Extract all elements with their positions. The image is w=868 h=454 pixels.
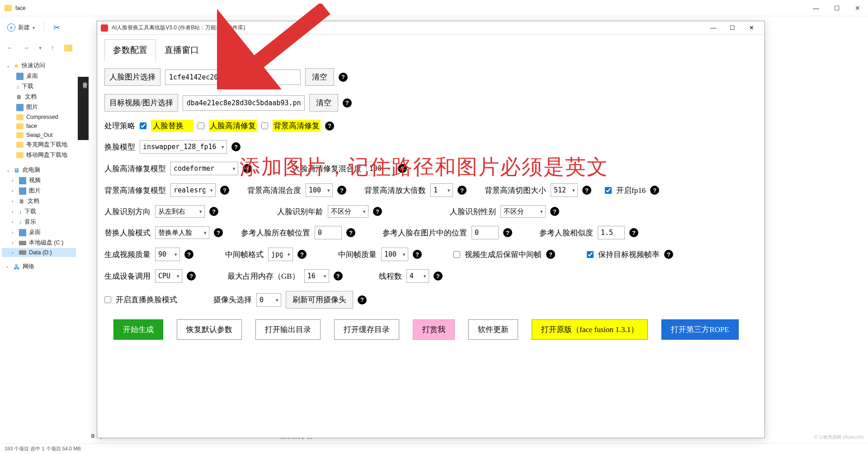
sidebar-item[interactable]: ↓下载	[2, 81, 76, 92]
app-maximize-button[interactable]: ☐	[723, 22, 742, 34]
target-select-button[interactable]: 目标视频/图片选择	[104, 94, 178, 112]
sidebar-item[interactable]: ›视频	[2, 175, 76, 186]
fp16-checkbox[interactable]	[605, 187, 612, 194]
mem-select[interactable]: 16	[304, 269, 329, 283]
face-image-input[interactable]	[165, 70, 301, 85]
help-icon[interactable]: ?	[231, 142, 241, 151]
sidebar-item[interactable]: Compressed	[2, 112, 76, 122]
open-original-button[interactable]: 打开原版（face fusion 1.3.1）	[532, 319, 648, 340]
sidebar-item[interactable]: face	[2, 122, 76, 131]
target-input[interactable]	[183, 95, 305, 111]
face-hd-blend-select[interactable]: 100	[366, 162, 393, 175]
forward-button[interactable]: →	[21, 42, 32, 54]
mid-fmt-select[interactable]: jpg	[268, 248, 293, 261]
vq-select[interactable]: 90	[155, 248, 180, 261]
face-hd-checkbox[interactable]	[198, 122, 204, 129]
help-icon[interactable]: ?	[339, 73, 348, 82]
help-icon[interactable]: ?	[346, 228, 355, 237]
sidebar-item[interactable]: 桌面	[2, 71, 76, 81]
help-icon[interactable]: ?	[458, 186, 467, 195]
refresh-cam-button[interactable]: 刷新可用摄像头	[286, 291, 353, 309]
help-icon[interactable]: ?	[184, 250, 193, 259]
swap-model-select[interactable]: inswapper_128_fp16	[140, 140, 227, 154]
open-cache-button[interactable]: 打开缓存目录	[334, 319, 399, 340]
bg-hd-scale-select[interactable]: 1	[430, 183, 453, 197]
help-icon[interactable]: ?	[358, 295, 367, 304]
app-minimize-button[interactable]: —	[704, 22, 723, 34]
live-mode-checkbox[interactable]	[104, 296, 111, 303]
sidebar-item[interactable]: ›桌面	[2, 227, 76, 238]
help-icon[interactable]: ?	[503, 228, 512, 237]
reset-button[interactable]: 恢复默认参数	[177, 319, 242, 340]
tab-live[interactable]: 直播窗口	[156, 39, 208, 61]
bg-hd-blend-select[interactable]: 100	[306, 183, 333, 197]
help-icon[interactable]: ?	[650, 186, 659, 195]
face-gender-select[interactable]: 不区分	[500, 205, 546, 218]
face-age-select[interactable]: 不区分	[328, 205, 368, 218]
sidebar-item[interactable]: 夸克网盘下载地	[2, 140, 76, 150]
minimize-button[interactable]: —	[806, 0, 826, 16]
help-icon[interactable]: ?	[297, 250, 307, 259]
help-icon[interactable]: ?	[629, 228, 638, 237]
sidebar-item[interactable]: ›图片	[2, 186, 76, 196]
ref-pos-input[interactable]	[472, 226, 499, 239]
back-button[interactable]: ←	[5, 42, 15, 54]
face-hd-model-select[interactable]: codeformer	[170, 162, 238, 175]
keep-mid-checkbox[interactable]	[453, 251, 460, 258]
swap-mode-select[interactable]: 替换单人脸	[155, 226, 209, 239]
cam-select[interactable]: 0	[256, 293, 281, 307]
help-icon[interactable]: ?	[343, 98, 352, 108]
clear-target-button[interactable]: 清空	[309, 94, 338, 112]
help-icon[interactable]: ?	[334, 271, 343, 281]
open-rope-button[interactable]: 打开第三方ROPE	[661, 319, 738, 340]
open-output-button[interactable]: 打开输出目录	[255, 319, 321, 340]
bg-hd-tile-select[interactable]: 512	[551, 183, 578, 197]
face-dir-select[interactable]: 从左到右	[155, 205, 205, 218]
sidebar-item[interactable]: ›♪音乐	[2, 217, 76, 227]
bg-hd-model-select[interactable]: realesrgan	[170, 183, 216, 197]
help-icon[interactable]: ?	[413, 250, 422, 259]
help-icon[interactable]: ?	[373, 207, 382, 216]
help-icon[interactable]: ?	[325, 122, 334, 131]
help-icon[interactable]: ?	[550, 207, 559, 216]
ref-frame-input[interactable]	[315, 226, 342, 239]
sidebar-item[interactable]: 图片	[2, 102, 76, 112]
start-button[interactable]: 开始生成	[113, 319, 163, 340]
sidebar-item[interactable]: Swap_Out	[2, 131, 76, 140]
maximize-button[interactable]: ☐	[826, 0, 847, 16]
sidebar-item[interactable]: ›本地磁盘 (C:)	[2, 238, 76, 248]
device-select[interactable]: CPU	[155, 269, 182, 283]
help-icon[interactable]: ?	[220, 186, 229, 195]
keep-fps-checkbox[interactable]	[587, 251, 594, 258]
app-close-button[interactable]: ✕	[742, 22, 761, 34]
up-button[interactable]: ↑	[49, 42, 56, 54]
mid-q-select[interactable]: 100	[381, 248, 408, 261]
ref-sim-input[interactable]	[598, 226, 625, 239]
sidebar-item[interactable]: ›↓下载	[2, 206, 76, 217]
help-icon[interactable]: ?	[434, 271, 443, 281]
tab-config[interactable]: 参数配置	[104, 39, 156, 61]
help-icon[interactable]: ?	[546, 250, 555, 259]
sidebar-item[interactable]: 🗎文档	[2, 92, 76, 102]
sidebar-item-data-d[interactable]: ›Data (D:)	[2, 248, 76, 257]
help-icon[interactable]: ?	[664, 250, 673, 259]
help-icon[interactable]: ?	[337, 186, 346, 195]
sidebar-item[interactable]: 移动网盘下载地	[2, 150, 76, 160]
recent-button[interactable]: ▾	[37, 43, 43, 53]
donate-button[interactable]: 打赏我	[413, 319, 455, 340]
sidebar-item[interactable]: ›🗎文档	[2, 196, 76, 206]
close-button[interactable]: ✕	[847, 0, 868, 16]
new-button[interactable]: + 新建 ▾	[7, 23, 35, 32]
help-icon[interactable]: ?	[398, 164, 407, 173]
threads-select[interactable]: 4	[406, 269, 429, 283]
cut-icon[interactable]: ✂	[53, 23, 60, 33]
face-image-select-button[interactable]: 人脸图片选择	[104, 68, 160, 86]
sidebar-quick-access[interactable]: ⌄★快速访问	[2, 61, 76, 71]
update-button[interactable]: 软件更新	[468, 319, 518, 340]
help-icon[interactable]: ?	[187, 271, 196, 281]
help-icon[interactable]: ?	[209, 207, 218, 216]
clear-face-button[interactable]: 清空	[305, 68, 334, 86]
help-icon[interactable]: ?	[214, 228, 223, 237]
bg-hd-checkbox[interactable]	[261, 122, 268, 129]
help-icon[interactable]: ?	[243, 164, 252, 173]
